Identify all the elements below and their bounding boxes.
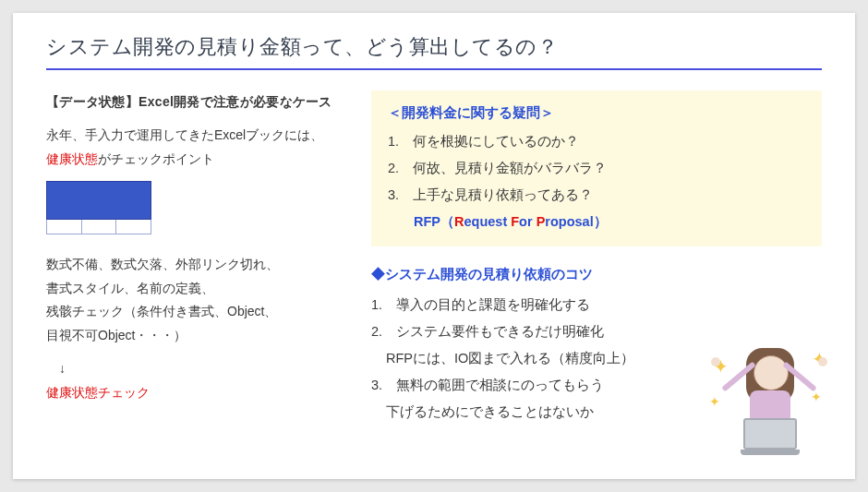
question-text: 上手な見積り依頼ってある？: [413, 187, 593, 202]
empty-cell: [116, 220, 151, 234]
questions-heading: ＜開発料金に関する疑問＞: [388, 100, 805, 126]
left-intro-suffix: がチェックポイント: [98, 151, 214, 166]
checklist-line: 書式スタイル、名前の定義、: [46, 281, 214, 295]
empty-cell: [46, 220, 82, 234]
tip-text: 無料の範囲で相談にのってもらう: [396, 378, 604, 392]
slide: システム開発の見積り金額って、どう算出してるの？ 【データ状態】Excel開発で…: [13, 13, 855, 479]
sparkle-icon: ✦: [811, 390, 822, 404]
diamond-icon: ◆: [371, 267, 385, 282]
checklist-line: 残骸チェック（条件付き書式、Object、: [46, 304, 277, 318]
rfp-p: P: [536, 214, 546, 229]
page-title: システム開発の見積り金額って、どう算出してるの？: [46, 33, 822, 70]
arrow-down-icon: ↓: [59, 357, 342, 381]
tips-heading: ◆システム開発の見積り依頼のコツ: [371, 261, 822, 288]
tips-heading-text: システム開発の見積り依頼のコツ: [385, 267, 593, 282]
question-text: 何を根拠にしているのか？: [413, 134, 579, 149]
question-item: 1. 何を根拠にしているのか？: [388, 128, 805, 155]
left-intro: 永年、手入力で運用してきたExcelブックには、 健康状態がチェックポイント: [46, 124, 342, 172]
laptop-screen-icon: [743, 418, 797, 450]
left-checklist: 数式不備、数式欠落、外部リンク切れ、 書式スタイル、名前の定義、 残骸チェック（…: [46, 253, 342, 349]
rfp-equest: equest: [464, 214, 511, 229]
laptop-icon: [741, 418, 800, 453]
left-heading: 【データ状態】Excel開発で注意が必要なケース: [46, 90, 342, 114]
health-check-label: 健康状態チェック: [46, 381, 342, 405]
tip-text: 導入の目的と課題を明確化する: [396, 297, 590, 312]
questions-box: ＜開発料金に関する疑問＞ 1. 何を根拠にしているのか？ 2. 何故、見積り金額…: [371, 90, 822, 246]
question-text: 何故、見積り金額がバラバラ？: [413, 161, 607, 175]
rfp-label: RFP（: [414, 214, 454, 229]
left-column: 【データ状態】Excel開発で注意が必要なケース 永年、手入力で運用してきたEx…: [46, 90, 342, 426]
rfp-f: F: [511, 214, 519, 229]
face-icon: [753, 355, 789, 390]
rfp-roposal: roposal）: [545, 214, 607, 229]
tip-item: 1. 導入の目的と課題を明確化する: [371, 292, 822, 318]
question-item: 3. 上手な見積り依頼ってある？: [388, 182, 805, 209]
table-head-icon: [46, 181, 151, 220]
checklist-line: 目視不可Object・・・）: [46, 328, 187, 342]
hand-icon: [711, 357, 720, 366]
rfp-or: or: [519, 214, 536, 229]
content-columns: 【データ状態】Excel開発で注意が必要なケース 永年、手入力で運用してきたEx…: [46, 90, 822, 426]
table-illustration: [46, 181, 151, 236]
table-row: [46, 220, 151, 234]
checklist-line: 数式不備、数式欠落、外部リンク切れ、: [46, 257, 279, 271]
torso-icon: [750, 390, 790, 422]
rfp-r: R: [454, 214, 464, 229]
page-frame: システム開発の見積り金額って、どう算出してるの？ 【データ状態】Excel開発で…: [0, 0, 868, 492]
sparkle-icon: ✦: [709, 394, 720, 409]
tip-text: システム要件もできるだけ明確化: [396, 324, 604, 339]
left-intro-prefix: 永年、手入力で運用してきたExcelブックには、: [46, 127, 323, 142]
rfp-line: RFP（Request For Proposal）: [388, 209, 805, 235]
laptop-base-icon: [741, 450, 800, 455]
hand-icon: [818, 357, 827, 366]
health-keyword: 健康状態: [46, 151, 98, 166]
person-laptop-illustration: ✦ ✦ ✦ ✦: [709, 339, 829, 459]
empty-cell: [82, 220, 117, 234]
question-item: 2. 何故、見積り金額がバラバラ？: [388, 155, 805, 182]
